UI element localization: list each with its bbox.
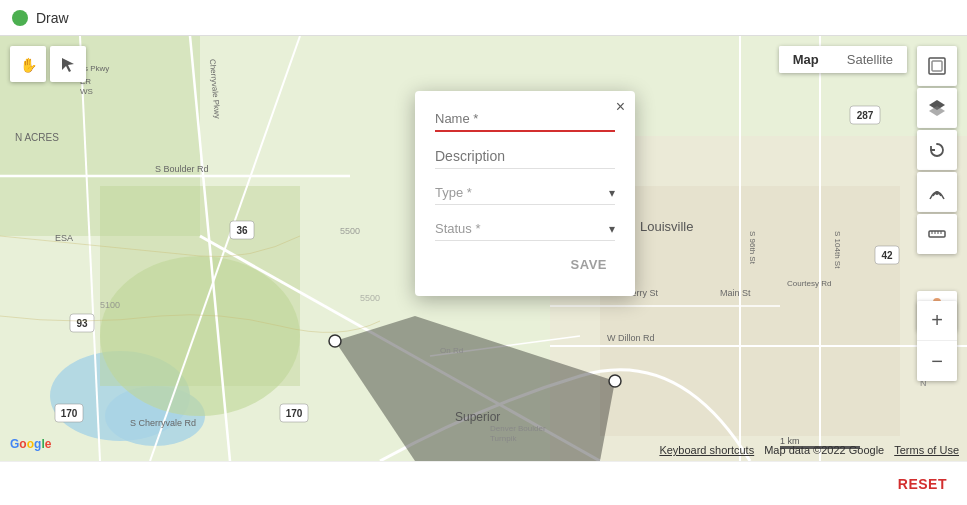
zoom-out-button[interactable]: −	[917, 341, 957, 381]
svg-marker-69	[62, 58, 74, 72]
svg-text:N ACRES: N ACRES	[15, 132, 59, 143]
svg-text:Courtesy Rd: Courtesy Rd	[787, 279, 831, 288]
right-toolbar	[917, 46, 957, 254]
svg-rect-63	[929, 231, 945, 237]
svg-text:5100: 5100	[100, 300, 120, 310]
svg-text:Main St: Main St	[720, 288, 751, 298]
zoom-controls: + −	[917, 301, 957, 381]
modal-save-row: SAVE	[435, 253, 615, 276]
svg-text:S Boulder Rd: S Boulder Rd	[155, 164, 209, 174]
name-field-container	[435, 107, 615, 132]
map-footer: Keyboard shortcuts Map data ©2022 Google…	[0, 439, 967, 461]
svg-text:✋: ✋	[20, 57, 37, 73]
map-type-controls: Map Satellite	[779, 46, 907, 73]
draw-label: Draw	[36, 10, 69, 26]
map-container: 36 93 170 170 42 287 5500 5100 5500 Loui…	[0, 36, 967, 461]
status-select-row: Status * Active Inactive ▾	[435, 217, 615, 241]
top-bar: Draw	[0, 0, 967, 36]
svg-marker-61	[929, 106, 945, 116]
draw-modal: × Type * Option 1 Option 2 ▾ Status * Ac…	[415, 91, 635, 296]
refresh-button[interactable]	[917, 130, 957, 170]
name-input[interactable]	[435, 107, 615, 132]
status-chevron-icon: ▾	[609, 222, 615, 236]
description-input[interactable]	[435, 144, 615, 169]
svg-text:170: 170	[286, 408, 303, 419]
svg-text:170: 170	[61, 408, 78, 419]
type-chevron-icon: ▾	[609, 186, 615, 200]
svg-text:Superior: Superior	[455, 410, 500, 424]
svg-text:Louisville: Louisville	[640, 219, 693, 234]
zoom-in-button[interactable]: +	[917, 301, 957, 341]
type-select[interactable]: Type * Option 1 Option 2	[435, 181, 609, 204]
svg-rect-58	[929, 58, 945, 74]
status-field-container: Status * Active Inactive ▾	[435, 217, 615, 241]
fullscreen-button[interactable]	[917, 46, 957, 86]
map-type-map-button[interactable]: Map	[779, 46, 833, 73]
svg-text:93: 93	[76, 318, 88, 329]
svg-text:5500: 5500	[360, 293, 380, 303]
svg-text:5500: 5500	[340, 226, 360, 236]
svg-text:42: 42	[881, 250, 893, 261]
svg-rect-59	[932, 61, 942, 71]
bottom-bar: RESET	[0, 461, 967, 505]
layers-button[interactable]	[917, 88, 957, 128]
svg-point-34	[329, 335, 341, 347]
reset-button[interactable]: RESET	[898, 476, 947, 492]
svg-text:Denver Boulder: Denver Boulder	[490, 424, 546, 433]
save-button[interactable]: SAVE	[563, 253, 615, 276]
description-field-container	[435, 144, 615, 169]
map-type-satellite-button[interactable]: Satellite	[833, 46, 907, 73]
left-toolbar: ✋	[10, 46, 86, 82]
svg-text:36: 36	[236, 225, 248, 236]
type-field-container: Type * Option 1 Option 2 ▾	[435, 181, 615, 205]
ruler-button[interactable]	[917, 214, 957, 254]
cursor-tool-button[interactable]	[50, 46, 86, 82]
status-select[interactable]: Status * Active Inactive	[435, 217, 609, 240]
svg-text:On Rd: On Rd	[440, 346, 463, 355]
svg-text:S 104th St: S 104th St	[833, 231, 842, 269]
modal-close-button[interactable]: ×	[616, 99, 625, 115]
svg-text:S 96th St: S 96th St	[748, 231, 757, 265]
svg-text:WS: WS	[80, 87, 93, 96]
draw-status-indicator	[12, 10, 28, 26]
svg-text:S Cherryvale Rd: S Cherryvale Rd	[130, 418, 196, 428]
svg-text:W Dillon Rd: W Dillon Rd	[607, 333, 655, 343]
svg-point-5	[100, 256, 300, 416]
svg-point-35	[609, 375, 621, 387]
terms-of-use-link[interactable]: Terms of Use	[894, 444, 959, 456]
keyboard-shortcuts-link[interactable]: Keyboard shortcuts	[659, 444, 754, 456]
svg-text:287: 287	[857, 110, 874, 121]
signal-button[interactable]	[917, 172, 957, 212]
hand-tool-button[interactable]: ✋	[10, 46, 46, 82]
map-data-label: Map data ©2022 Google	[764, 444, 884, 456]
svg-text:ESA: ESA	[55, 233, 73, 243]
type-select-row: Type * Option 1 Option 2 ▾	[435, 181, 615, 205]
